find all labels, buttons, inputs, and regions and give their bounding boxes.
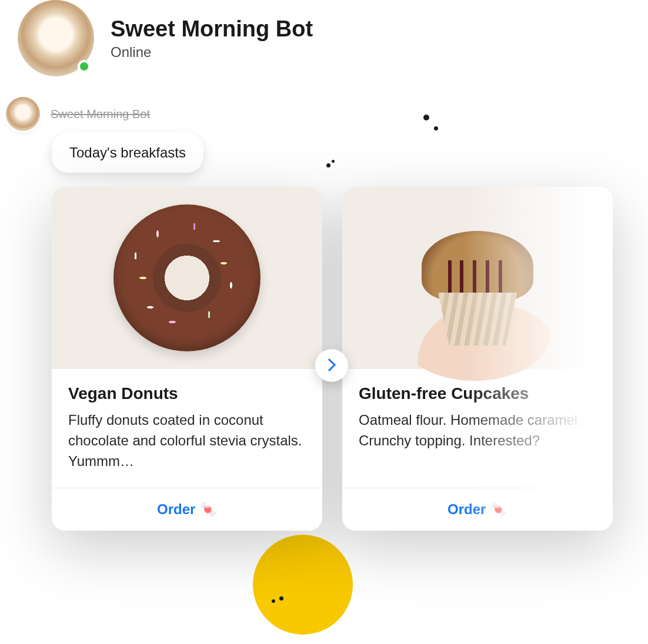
donut-illustration	[113, 204, 260, 351]
decorative-dot	[272, 599, 275, 603]
decorative-dot	[434, 126, 438, 130]
decorative-dot	[423, 115, 429, 120]
cupcake-illustration	[410, 228, 545, 363]
decorative-yellow-circle	[253, 535, 353, 635]
decorative-dot	[326, 163, 330, 167]
decorative-dot	[332, 160, 335, 163]
card-image	[52, 187, 322, 369]
bot-status: Online	[111, 44, 313, 61]
avatar[interactable]	[18, 0, 94, 76]
card-description: Fluffy donuts coated in coconut chocolat…	[68, 410, 306, 471]
card-title: Vegan Donuts	[68, 384, 306, 403]
online-status-dot	[78, 60, 91, 73]
carousel-card[interactable]: Vegan Donuts Fluffy donuts coated in coc…	[52, 187, 322, 531]
carousel-next-button[interactable]	[315, 349, 348, 382]
chat-header: Sweet Morning Bot Online	[18, 0, 313, 76]
bot-name: Sweet Morning Bot	[111, 16, 313, 43]
decorative-dot	[279, 596, 283, 601]
message-bubble: Today's breakfasts	[52, 133, 203, 173]
chevron-right-icon	[326, 357, 337, 375]
order-button[interactable]: Order 🍬	[447, 501, 507, 517]
card-image	[342, 187, 613, 369]
order-button[interactable]: Order 🍬	[157, 501, 217, 517]
message-text: Today's breakfasts	[69, 145, 186, 160]
card-description: Oatmeal flour. Homemade caramel. Crunchy…	[359, 410, 596, 451]
avatar-small	[6, 97, 40, 131]
message-sender-name: Sweet Morning Bot	[51, 108, 150, 121]
carousel-card[interactable]: Gluten-free Cupcakes Oatmeal flour. Home…	[342, 187, 613, 531]
message-sender-row: Sweet Morning Bot	[6, 97, 150, 131]
card-title: Gluten-free Cupcakes	[359, 384, 596, 403]
